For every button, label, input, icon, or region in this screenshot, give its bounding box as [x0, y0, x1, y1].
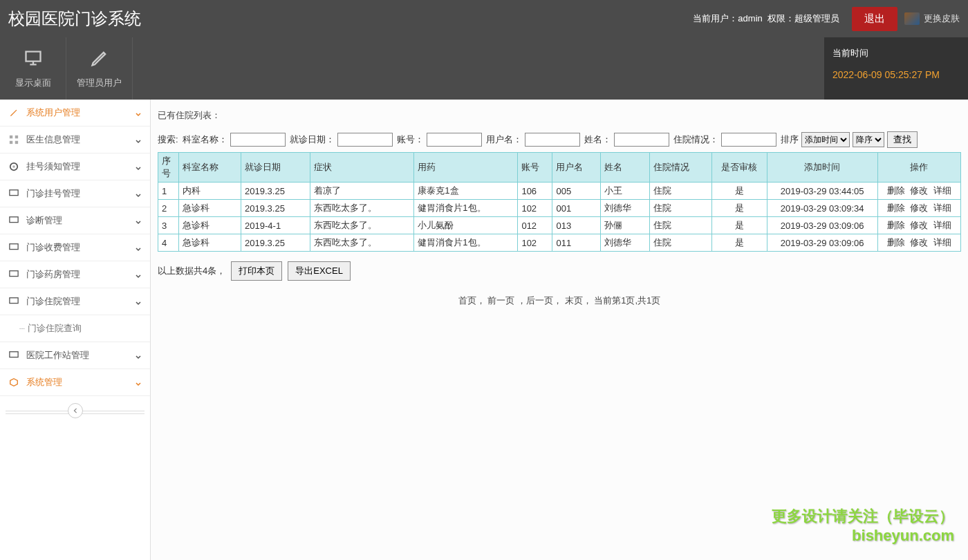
sidebar-item-3[interactable]: 门诊挂号管理 [0, 180, 150, 207]
cell: 住院 [649, 200, 711, 217]
dept-input[interactable] [230, 133, 286, 147]
cell: 急诊科 [179, 234, 241, 252]
edit-link[interactable]: 修改 [910, 220, 928, 230]
col-header: 用户名 [552, 153, 601, 183]
svg-rect-9 [10, 271, 18, 277]
monitor-icon [8, 350, 19, 361]
sidebar-item-label: 系统用户管理 [26, 106, 135, 119]
sidebar-item-8[interactable]: 医院工作站管理 [0, 342, 150, 369]
app-title: 校园医院门诊系统 [8, 8, 141, 30]
detail-link[interactable]: 详细 [933, 203, 951, 213]
svg-rect-7 [10, 217, 18, 223]
sidebar-item-9[interactable]: 系统管理 [0, 369, 150, 396]
username-input[interactable] [525, 133, 580, 147]
delete-link[interactable]: 删除 [887, 237, 905, 248]
svg-rect-0 [10, 136, 12, 138]
visit-date-input[interactable] [337, 133, 393, 147]
summary-text: 以上数据共4条， [158, 265, 225, 277]
chevron-down-icon [135, 190, 142, 197]
cell: 是 [711, 234, 767, 252]
edit-link[interactable]: 修改 [910, 237, 928, 248]
col-header: 姓名 [601, 153, 649, 183]
row-actions: 删除 修改 详细 [877, 200, 960, 217]
sidebar-item-4[interactable]: 诊断管理 [0, 207, 150, 234]
sidebar-item-6[interactable]: 门诊药房管理 [0, 261, 150, 288]
hosp-label: 住院情况： [673, 133, 718, 146]
sidebar-item-5[interactable]: 门诊收费管理 [0, 234, 150, 261]
svg-point-5 [12, 165, 15, 168]
print-button[interactable]: 打印本页 [231, 261, 282, 281]
content-area: 已有住院列表： 搜索: 科室名称： 就诊日期： 账号： 用户名： 姓名： 住院情… [151, 100, 968, 560]
toolbar-admin-users[interactable]: 管理员用户 [66, 37, 133, 100]
cell: 刘德华 [601, 200, 649, 217]
cell: 005 [552, 183, 601, 200]
monitor-icon [8, 215, 19, 226]
col-header: 用药 [414, 153, 518, 183]
sidebar-item-0[interactable]: 系统用户管理 [0, 100, 150, 127]
sidebar: 系统用户管理医生信息管理挂号须知管理门诊挂号管理诊断管理门诊收费管理门诊药房管理… [0, 100, 151, 560]
search-row: 搜索: 科室名称： 就诊日期： 账号： 用户名： 姓名： 住院情况： 排序 添加… [158, 131, 961, 148]
col-header: 操作 [877, 153, 960, 183]
edit-link[interactable]: 修改 [910, 185, 928, 196]
col-header: 添加时间 [767, 153, 877, 183]
cell: 刘德华 [601, 234, 649, 252]
cell: 住院 [649, 217, 711, 234]
sidebar-item-label: 医生信息管理 [26, 133, 135, 146]
cell: 健胃消食片1包。 [414, 234, 518, 252]
cell: 着凉了 [310, 183, 414, 200]
cell: 3 [158, 217, 179, 234]
pencil-icon [90, 48, 109, 70]
table-row: 4急诊科2019.3.25东西吃太多了。健胃消食片1包。102011刘德华住院是… [158, 234, 961, 252]
cell: 001 [552, 200, 601, 217]
sidebar-item-2[interactable]: 挂号须知管理 [0, 153, 150, 180]
col-header: 就诊日期 [241, 153, 310, 183]
cell: 2019-03-29 03:09:06 [767, 234, 877, 252]
clock-time: 2022-06-09 05:25:27 PM [832, 69, 960, 80]
table-row: 2急诊科2019.3.25东西吃太多了。健胃消食片1包。102001刘德华住院是… [158, 200, 961, 217]
detail-link[interactable]: 详细 [933, 185, 951, 196]
edit-link[interactable]: 修改 [910, 203, 928, 213]
sidebar-item-label: 门诊挂号管理 [26, 187, 135, 200]
pencil-icon [8, 107, 19, 118]
cell: 东西吃太多了。 [310, 217, 414, 234]
skin-switcher[interactable]: 更换皮肤 [904, 12, 960, 25]
sidebar-item-label: 医院工作站管理 [26, 349, 135, 362]
cell: 2 [158, 200, 179, 217]
svg-rect-6 [10, 190, 18, 196]
detail-link[interactable]: 详细 [933, 220, 951, 230]
search-button[interactable]: 查找 [887, 131, 918, 148]
svg-rect-8 [10, 244, 18, 250]
hosp-input[interactable] [721, 133, 776, 147]
detail-link[interactable]: 详细 [933, 237, 951, 248]
sidebar-item-7[interactable]: 门诊住院管理 [0, 288, 150, 315]
logout-button[interactable]: 退出 [852, 7, 897, 31]
sidebar-subitem-inpatient-query[interactable]: 门诊住院查询 [0, 315, 150, 342]
sidebar-collapse-handle[interactable] [0, 400, 150, 421]
pagination[interactable]: 首页， 前一页 ，后一页， 末页， 当前第1页,共1页 [158, 295, 961, 307]
col-header: 是否审核 [711, 153, 767, 183]
name-input[interactable] [614, 133, 669, 147]
delete-link[interactable]: 删除 [887, 185, 905, 196]
cell: 急诊科 [179, 200, 241, 217]
cell: 2019.3.25 [241, 183, 310, 200]
export-excel-button[interactable]: 导出EXCEL [288, 261, 351, 281]
cell: 东西吃太多了。 [310, 200, 414, 217]
row-actions: 删除 修改 详细 [877, 183, 960, 200]
col-header: 序号 [158, 153, 179, 183]
cell: 2019.3.25 [241, 200, 310, 217]
cell: 住院 [649, 234, 711, 252]
sort-field-select[interactable]: 添加时间 [801, 132, 850, 147]
delete-link[interactable]: 删除 [887, 203, 905, 213]
cell: 012 [518, 217, 552, 234]
sidebar-item-label: 系统管理 [26, 376, 135, 389]
col-header: 账号 [518, 153, 552, 183]
sidebar-item-1[interactable]: 医生信息管理 [0, 127, 150, 153]
account-input[interactable] [427, 133, 482, 147]
toolbar-show-desktop[interactable]: 显示桌面 [0, 37, 66, 100]
delete-link[interactable]: 删除 [887, 220, 905, 230]
sidebar-item-label: 门诊住院管理 [26, 295, 135, 308]
sort-order-select[interactable]: 降序 [853, 132, 884, 147]
svg-rect-2 [10, 141, 12, 144]
row-actions: 删除 修改 详细 [877, 217, 960, 234]
chevron-down-icon [135, 298, 142, 305]
